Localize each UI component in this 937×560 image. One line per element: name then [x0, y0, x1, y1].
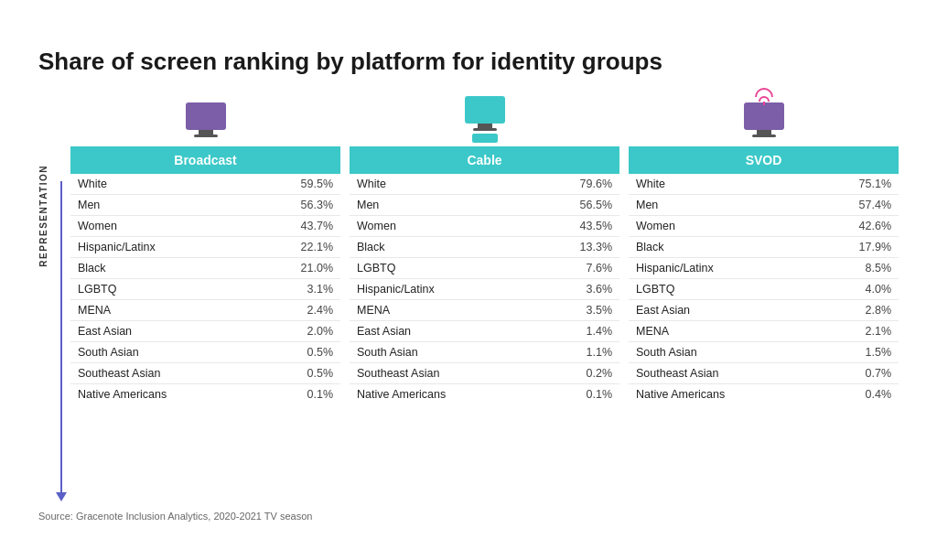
group-label: South Asian — [350, 341, 535, 362]
table-row: Native Americans0.1% — [350, 383, 619, 404]
group-value: 3.5% — [535, 299, 619, 320]
page-title: Share of screen ranking by platform for … — [38, 48, 899, 76]
group-label: White — [350, 174, 535, 195]
group-value: 3.1% — [256, 278, 340, 299]
tables-area: BroadcastWhite59.5%Men56.3%Women43.7%His… — [70, 93, 899, 404]
group-label: Hispanic/Latinx — [70, 236, 256, 257]
group-label: South Asian — [629, 341, 814, 362]
group-label: Women — [350, 215, 535, 236]
arrow-area — [56, 146, 67, 501]
group-label: East Asian — [70, 320, 256, 341]
group-value: 2.4% — [256, 299, 340, 320]
group-value: 8.5% — [814, 257, 899, 278]
group-value: 21.0% — [256, 257, 340, 278]
group-label: Black — [629, 236, 814, 257]
group-value: 43.7% — [256, 215, 340, 236]
group-label: Native Americans — [70, 383, 256, 404]
group-value: 0.4% — [814, 383, 899, 404]
group-label: Native Americans — [629, 383, 814, 404]
group-label: LGBTQ — [70, 278, 256, 299]
group-value: 1.1% — [535, 341, 619, 362]
table-header-svod: SVOD — [629, 146, 899, 174]
broadcast-icon — [186, 93, 226, 146]
group-label: LGBTQ — [350, 257, 535, 278]
group-label: Black — [350, 236, 535, 257]
group-value: 1.5% — [814, 341, 899, 362]
group-value: 0.7% — [814, 362, 899, 383]
group-label: White — [629, 174, 814, 195]
table-row: South Asian1.1% — [350, 341, 619, 362]
group-label: MENA — [350, 299, 535, 320]
group-value: 56.5% — [535, 194, 619, 215]
group-value: 43.5% — [535, 215, 619, 236]
source-text: Source: Gracenote Inclusion Analytics, 2… — [38, 511, 899, 522]
table-row: White59.5% — [70, 174, 340, 195]
content-area: REPRESENTATION BroadcastWhite59.5%Men56.… — [38, 93, 899, 501]
group-value: 17.9% — [814, 236, 899, 257]
group-label: South Asian — [70, 341, 256, 362]
table-row: Southeast Asian0.7% — [629, 362, 899, 383]
table-row: MENA3.5% — [350, 299, 619, 320]
platform-block-broadcast: BroadcastWhite59.5%Men56.3%Women43.7%His… — [70, 93, 340, 404]
group-label: Native Americans — [350, 383, 535, 404]
group-label: White — [70, 174, 256, 195]
platform-block-cable: CableWhite79.6%Men56.5%Women43.5%Black13… — [350, 93, 619, 404]
table-row: MENA2.4% — [70, 299, 340, 320]
main-container: Share of screen ranking by platform for … — [29, 29, 908, 530]
group-value: 0.1% — [535, 383, 619, 404]
group-label: Hispanic/Latinx — [629, 257, 814, 278]
group-label: Men — [629, 194, 814, 215]
cable-icon — [465, 93, 505, 146]
table-row: Men57.4% — [629, 194, 899, 215]
y-axis-label: REPRESENTATION — [38, 146, 48, 267]
table-row: East Asian2.8% — [629, 299, 899, 320]
group-value: 75.1% — [814, 174, 899, 195]
table-row: LGBTQ7.6% — [350, 257, 619, 278]
table-header-broadcast: Broadcast — [70, 146, 340, 174]
group-label: Southeast Asian — [350, 362, 535, 383]
group-value: 22.1% — [256, 236, 340, 257]
group-value: 42.6% — [814, 215, 899, 236]
table-row: East Asian1.4% — [350, 320, 619, 341]
group-value: 3.6% — [535, 278, 619, 299]
table-row: Women42.6% — [629, 215, 899, 236]
group-value: 4.0% — [814, 278, 899, 299]
table-row: Hispanic/Latinx22.1% — [70, 236, 340, 257]
arrow-line — [60, 181, 62, 492]
group-label: East Asian — [350, 320, 535, 341]
table-row: Black17.9% — [629, 236, 899, 257]
group-label: Southeast Asian — [629, 362, 814, 383]
table-row: Hispanic/Latinx8.5% — [629, 257, 899, 278]
group-value: 0.2% — [535, 362, 619, 383]
group-value: 2.1% — [814, 320, 899, 341]
group-value: 56.3% — [256, 194, 340, 215]
table-cable: CableWhite79.6%Men56.5%Women43.5%Black13… — [350, 146, 619, 404]
table-row: Men56.5% — [350, 194, 619, 215]
group-label: LGBTQ — [629, 278, 814, 299]
group-value: 57.4% — [814, 194, 899, 215]
group-value: 0.1% — [256, 383, 340, 404]
group-label: Women — [629, 215, 814, 236]
table-row: Men56.3% — [70, 194, 340, 215]
group-value: 0.5% — [256, 362, 340, 383]
table-row: Black13.3% — [350, 236, 619, 257]
group-value: 2.0% — [256, 320, 340, 341]
group-value: 1.4% — [535, 320, 619, 341]
table-row: Native Americans0.4% — [629, 383, 899, 404]
group-value: 79.6% — [535, 174, 619, 195]
group-label: Women — [70, 215, 256, 236]
table-row: Women43.5% — [350, 215, 619, 236]
group-label: Hispanic/Latinx — [350, 278, 535, 299]
table-row: White75.1% — [629, 174, 899, 195]
table-broadcast: BroadcastWhite59.5%Men56.3%Women43.7%His… — [70, 146, 340, 404]
group-label: MENA — [70, 299, 256, 320]
table-row: Black21.0% — [70, 257, 340, 278]
table-row: Hispanic/Latinx3.6% — [350, 278, 619, 299]
table-row: South Asian1.5% — [629, 341, 899, 362]
table-row: MENA2.1% — [629, 320, 899, 341]
table-row: Southeast Asian0.2% — [350, 362, 619, 383]
group-label: Men — [350, 194, 535, 215]
table-row: LGBTQ3.1% — [70, 278, 340, 299]
svod-icon — [744, 93, 784, 146]
group-label: Southeast Asian — [70, 362, 256, 383]
